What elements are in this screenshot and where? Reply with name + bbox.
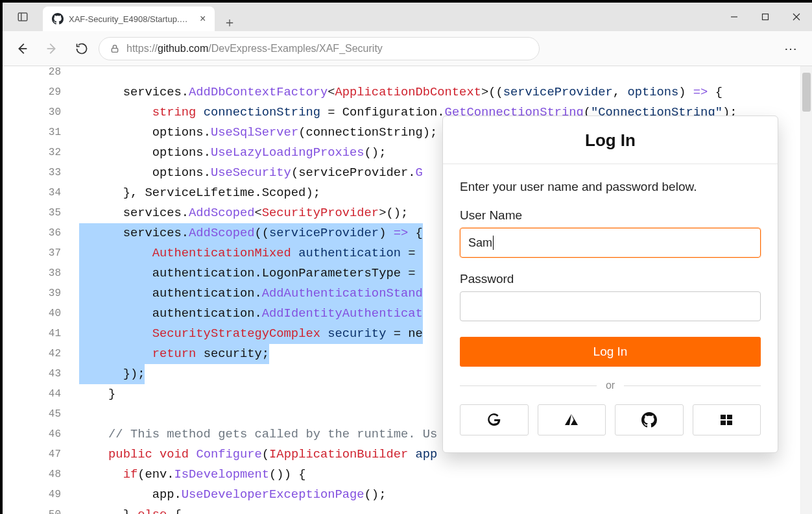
window-close-button[interactable]: [781, 3, 812, 31]
line-number: 48: [3, 465, 79, 485]
svg-rect-0: [18, 13, 27, 21]
line-number: 38: [3, 263, 79, 284]
password-label: Password: [460, 272, 761, 286]
code-text: authentication.AddIdentityAuthenticat: [79, 304, 423, 324]
svg-rect-11: [721, 415, 726, 419]
line-number: 39: [3, 284, 79, 304]
line-number: 35: [3, 203, 79, 223]
code-text: options.UseLazyLoadingProxies();: [79, 143, 386, 163]
code-text: options.UseSqlServer(connectionString);: [79, 123, 437, 143]
line-number: 28: [3, 66, 79, 82]
code-line: 29 services.AddDbContextFactory<Applicat…: [3, 82, 812, 103]
page-viewport: 28 29 services.AddDbContextFactory<Appli…: [3, 66, 812, 514]
svg-marker-9: [565, 414, 571, 425]
tab-close-icon[interactable]: ×: [197, 13, 208, 25]
lock-icon: [110, 43, 120, 54]
line-number: 47: [3, 445, 79, 465]
newtab-button[interactable]: ＋: [219, 14, 241, 31]
provider-google-button[interactable]: [460, 404, 529, 435]
code-text: // This method gets called by the runtim…: [79, 424, 437, 445]
line-number: 30: [3, 103, 79, 123]
svg-rect-13: [721, 421, 726, 425]
github-icon: [641, 412, 657, 428]
line-number: 34: [3, 183, 79, 203]
window-buttons: [719, 3, 812, 31]
code-text: app.UseDeveloperExceptionPage();: [79, 485, 386, 505]
nav-forward-button[interactable]: [39, 36, 65, 62]
code-line: 50 } else {: [3, 505, 812, 514]
code-text: [79, 66, 182, 82]
line-number: 33: [3, 163, 79, 183]
line-number: 49: [3, 485, 79, 505]
code-text: services.AddDbContextFactory<Application…: [79, 82, 722, 103]
svg-rect-3: [763, 14, 769, 20]
tabs-sidebar-button[interactable]: [3, 3, 43, 31]
provider-azure-button[interactable]: [538, 404, 606, 435]
line-number: 45: [3, 404, 79, 424]
code-text: services.AddScoped((serviceProvider) => …: [79, 223, 423, 243]
login-submit-button[interactable]: Log In: [460, 337, 761, 367]
browser-titlebar: XAF-Security_E4908/Startup.cs at × ＋: [3, 3, 812, 31]
browser-tab[interactable]: XAF-Security_E4908/Startup.cs at ×: [43, 6, 215, 31]
svg-rect-12: [727, 415, 732, 419]
username-label: User Name: [460, 208, 761, 223]
code-text: authentication.LogonParametersType =: [79, 263, 423, 284]
github-favicon-icon: [52, 13, 64, 25]
provider-windows-button[interactable]: [693, 404, 761, 435]
svg-rect-8: [112, 48, 117, 52]
azure-icon: [564, 412, 579, 428]
browser-toolbar: https://github.com/DevExpress-Examples/X…: [3, 31, 812, 66]
url-text: https://github.com/DevExpress-Examples/X…: [126, 43, 383, 55]
line-number: 43: [3, 364, 79, 384]
line-number: 41: [3, 324, 79, 344]
code-text: options.UseSecurity(serviceProvider.G: [79, 163, 423, 183]
nav-back-button[interactable]: [9, 36, 35, 62]
line-number: 46: [3, 424, 79, 445]
svg-marker-10: [571, 414, 578, 425]
code-text: if(env.IsDevelopment()) {: [79, 465, 305, 485]
line-number: 29: [3, 82, 79, 103]
code-text: services.AddScoped<SecurityProvider>();: [79, 203, 408, 223]
login-instruction: Enter your user name and password below.: [460, 180, 761, 194]
vertical-scrollbar[interactable]: [800, 66, 812, 514]
line-number: 40: [3, 304, 79, 324]
code-line: 28: [3, 66, 812, 82]
line-number: 37: [3, 243, 79, 263]
tab-strip: XAF-Security_E4908/Startup.cs at × ＋: [43, 3, 241, 31]
line-number: 50: [3, 505, 79, 514]
browser-menu-button[interactable]: ⋯: [777, 41, 806, 56]
code-text: public void Configure(IApplicationBuilde…: [79, 445, 437, 465]
login-or-divider: or: [460, 380, 761, 391]
address-bar[interactable]: https://github.com/DevExpress-Examples/X…: [99, 37, 540, 60]
password-input[interactable]: [460, 291, 761, 321]
svg-rect-14: [727, 421, 732, 425]
code-text: });: [79, 364, 145, 384]
line-number: 31: [3, 123, 79, 143]
code-text: return security;: [79, 344, 269, 364]
code-text: authentication.AddAuthenticationStand: [79, 284, 423, 304]
nav-refresh-button[interactable]: [69, 36, 95, 62]
code-line: 49 app.UseDeveloperExceptionPage();: [3, 485, 812, 505]
line-number: 44: [3, 384, 79, 404]
code-text: AuthenticationMixed authentication =: [79, 243, 423, 263]
line-number: 36: [3, 223, 79, 243]
windows-icon: [719, 412, 734, 428]
login-title: Log In: [443, 116, 778, 164]
line-number: 42: [3, 344, 79, 364]
code-text: }: [79, 384, 115, 404]
window-maximize-button[interactable]: [750, 3, 781, 31]
provider-github-button[interactable]: [615, 404, 684, 435]
window-minimize-button[interactable]: [719, 3, 750, 31]
scrollbar-thumb[interactable]: [802, 73, 811, 112]
username-input[interactable]: Sam: [460, 228, 761, 258]
code-text: SecurityStrategyComplex security = ne: [79, 324, 423, 344]
login-panel: Log In Enter your user name and password…: [442, 116, 778, 453]
tab-title: XAF-Security_E4908/Startup.cs at: [69, 14, 192, 24]
code-line: 48 if(env.IsDevelopment()) {: [3, 465, 812, 485]
code-text: }, ServiceLifetime.Scoped);: [79, 183, 320, 203]
line-number: 32: [3, 143, 79, 163]
google-icon: [486, 412, 502, 428]
login-providers: [460, 404, 761, 435]
code-text: } else {: [79, 505, 182, 514]
